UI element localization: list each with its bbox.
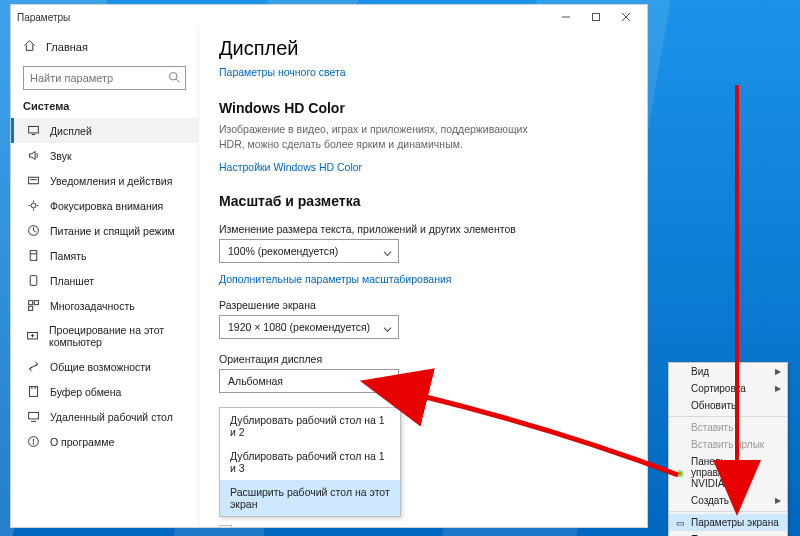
multi-display-dropdown[interactable]: Дублировать рабочий стол на 1 и 2Дублиро… bbox=[219, 407, 401, 517]
sidebar-item[interactable]: Уведомления и действия bbox=[11, 168, 198, 193]
chevron-down-icon bbox=[383, 248, 392, 260]
submenu-arrow-icon: ▶ bbox=[775, 384, 781, 393]
window-title: Параметры bbox=[17, 12, 70, 23]
svg-rect-1 bbox=[593, 14, 600, 21]
sidebar-item-label: Память bbox=[50, 250, 87, 262]
sidebar-item[interactable]: Многозадачность bbox=[11, 293, 198, 318]
svg-rect-8 bbox=[28, 177, 38, 184]
nav-icon bbox=[26, 385, 40, 398]
sidebar-item-label: Общие возможности bbox=[50, 361, 151, 373]
sidebar-home-label: Главная bbox=[46, 41, 88, 53]
chevron-down-icon bbox=[383, 378, 392, 390]
chevron-down-icon bbox=[383, 324, 392, 336]
resolution-combo[interactable]: 1920 × 1080 (рекомендуется) bbox=[219, 315, 399, 339]
svg-point-26 bbox=[33, 444, 34, 445]
nav-icon bbox=[26, 249, 40, 262]
titlebar: Параметры bbox=[11, 5, 647, 29]
nav-icon bbox=[26, 435, 40, 448]
scale-combo[interactable]: 100% (рекомендуется) bbox=[219, 239, 399, 263]
nav-icon bbox=[26, 124, 40, 137]
context-menu-item[interactable]: ▭Параметры экрана bbox=[669, 514, 787, 531]
orientation-combo[interactable]: Альбомная bbox=[219, 369, 399, 393]
context-menu-label: Вид bbox=[691, 366, 709, 377]
sidebar-category: Система bbox=[11, 100, 198, 118]
nav-icon bbox=[26, 149, 40, 162]
sidebar-item-label: Буфер обмена bbox=[50, 386, 121, 398]
svg-rect-12 bbox=[30, 251, 37, 261]
nav-icon bbox=[26, 330, 39, 343]
scale-heading: Масштаб и разметка bbox=[219, 193, 627, 209]
context-menu-item[interactable]: Обновить bbox=[669, 397, 787, 414]
display-icon: ▭ bbox=[673, 518, 687, 528]
svg-rect-17 bbox=[28, 306, 32, 310]
sidebar-item[interactable]: Удаленный рабочий стол bbox=[11, 404, 198, 429]
resolution-label: Разрешение экрана bbox=[219, 299, 627, 311]
sidebar-home[interactable]: Главная bbox=[11, 35, 198, 58]
sidebar-item[interactable]: Звук bbox=[11, 143, 198, 168]
search-input[interactable] bbox=[23, 66, 186, 90]
sidebar-item[interactable]: Дисплей bbox=[11, 118, 198, 143]
sidebar: Главная Система ДисплейЗвукУведомления и… bbox=[11, 29, 199, 527]
main-content: Дисплей Параметры ночного света Windows … bbox=[199, 29, 647, 527]
multi-display-option[interactable]: Расширить рабочий стол на этот экран bbox=[220, 480, 400, 516]
context-menu-item[interactable]: ◉Панель управления NVIDIA bbox=[669, 453, 787, 492]
nav-icon bbox=[26, 410, 40, 423]
context-menu-item: Вставить ярлык bbox=[669, 436, 787, 453]
multi-display-option[interactable]: Дублировать рабочий стол на 1 и 3 bbox=[220, 444, 400, 480]
sidebar-nav: ДисплейЗвукУведомления и действияФокусир… bbox=[11, 118, 198, 454]
close-button[interactable] bbox=[611, 5, 641, 29]
settings-window: Параметры Главная Система ДисплейЗвукУве… bbox=[10, 4, 648, 528]
svg-rect-23 bbox=[28, 412, 38, 419]
nav-icon bbox=[26, 174, 40, 187]
hd-color-heading: Windows HD Color bbox=[219, 100, 627, 116]
home-icon bbox=[23, 39, 36, 54]
scale-label: Изменение размера текста, приложений и д… bbox=[219, 223, 627, 235]
checkbox-icon bbox=[219, 525, 232, 527]
nav-icon bbox=[26, 199, 40, 212]
context-menu-item[interactable]: ✎Персонализация bbox=[669, 531, 787, 536]
sidebar-item[interactable]: Планшет bbox=[11, 268, 198, 293]
context-menu-item: Вставить bbox=[669, 419, 787, 436]
context-menu-label: Обновить bbox=[691, 400, 736, 411]
context-menu-item[interactable]: Вид▶ bbox=[669, 363, 787, 380]
page-title: Дисплей bbox=[219, 37, 627, 60]
svg-point-4 bbox=[170, 73, 178, 81]
svg-rect-15 bbox=[28, 301, 32, 305]
night-light-link[interactable]: Параметры ночного света bbox=[219, 66, 346, 78]
svg-rect-16 bbox=[34, 301, 38, 305]
context-menu-label: Вставить ярлык bbox=[691, 439, 764, 450]
sidebar-item-label: Уведомления и действия bbox=[50, 175, 172, 187]
context-menu-item[interactable]: Сортировка▶ bbox=[669, 380, 787, 397]
sidebar-item[interactable]: Проецирование на этот компьютер bbox=[11, 318, 198, 354]
primary-display-checkbox[interactable]: Сделать основным дисплеем bbox=[219, 525, 627, 527]
resolution-combo-value: 1920 × 1080 (рекомендуется) bbox=[228, 321, 370, 333]
nvidia-icon: ◉ bbox=[673, 468, 687, 478]
sidebar-item[interactable]: О программе bbox=[11, 429, 198, 454]
sidebar-item-label: Фокусировка внимания bbox=[50, 200, 163, 212]
svg-rect-6 bbox=[28, 126, 38, 133]
sidebar-item-label: Многозадачность bbox=[50, 300, 135, 312]
sidebar-item-label: Планшет bbox=[50, 275, 94, 287]
context-menu-item[interactable]: Создать▶ bbox=[669, 492, 787, 509]
sidebar-item[interactable]: Фокусировка внимания bbox=[11, 193, 198, 218]
nav-icon bbox=[26, 360, 40, 373]
advanced-scaling-link[interactable]: Дополнительные параметры масштабирования bbox=[219, 273, 627, 285]
desktop-context-menu[interactable]: Вид▶Сортировка▶ОбновитьВставитьВставить … bbox=[668, 362, 788, 536]
submenu-arrow-icon: ▶ bbox=[775, 496, 781, 505]
svg-line-19 bbox=[29, 364, 37, 369]
sidebar-item[interactable]: Питание и спящий режим bbox=[11, 218, 198, 243]
sidebar-item-label: Удаленный рабочий стол bbox=[50, 411, 173, 423]
context-menu-label: Создать bbox=[691, 495, 729, 506]
maximize-button[interactable] bbox=[581, 5, 611, 29]
minimize-button[interactable] bbox=[551, 5, 581, 29]
hd-color-desc: Изображение в видео, играх и приложениях… bbox=[219, 122, 549, 151]
sidebar-item-label: Питание и спящий режим bbox=[50, 225, 175, 237]
multi-display-option[interactable]: Дублировать рабочий стол на 1 и 2 bbox=[220, 408, 400, 444]
search-icon bbox=[168, 71, 180, 85]
context-menu-label: Вставить bbox=[691, 422, 733, 433]
sidebar-item[interactable]: Буфер обмена bbox=[11, 379, 198, 404]
sidebar-item[interactable]: Общие возможности bbox=[11, 354, 198, 379]
hd-color-link[interactable]: Настройки Windows HD Color bbox=[219, 161, 627, 173]
sidebar-item[interactable]: Память bbox=[11, 243, 198, 268]
nav-icon bbox=[26, 274, 40, 287]
